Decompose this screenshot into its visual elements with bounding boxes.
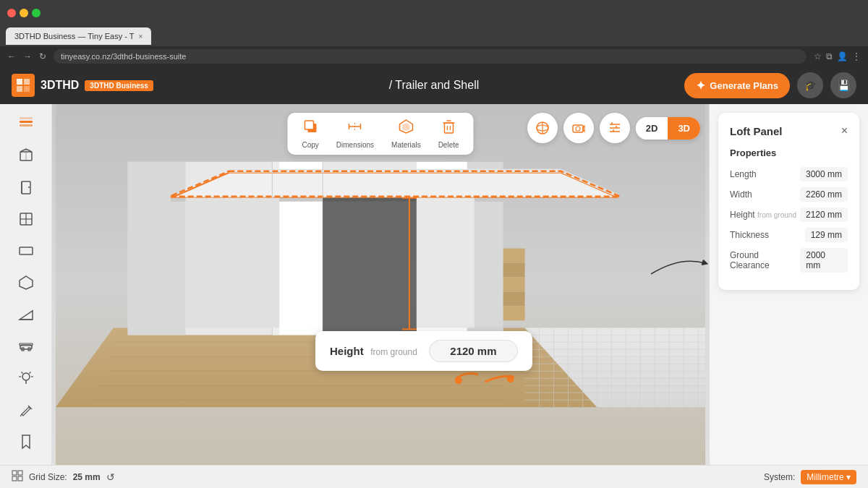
width-label: Width [730,189,752,200]
svg-line-27 [21,372,22,373]
system-label: System: [764,472,795,482]
header-actions: ✦ Generate Plans 🎓 💾 [684,72,856,98]
svg-rect-106 [12,476,17,481]
view-camera-btn[interactable] [563,113,594,143]
forward-btn[interactable]: → [23,51,32,61]
app-header: 3DTHD 3DTHD Business / Trailer and Shell… [0,67,868,104]
svg-rect-1 [24,79,30,85]
svg-rect-4 [20,121,33,123]
svg-rect-104 [12,471,17,475]
sidebar-ramp-btn[interactable] [10,301,42,330]
copy-tool[interactable]: Copy [302,119,318,149]
svg-point-103 [576,127,580,131]
window-max-btn[interactable] [32,9,41,17]
box-icon [18,147,34,167]
svg-rect-0 [17,79,22,85]
property-row-length: Length 3000 mm [730,167,848,181]
left-sidebar [0,104,52,465]
materials-label: Materials [391,141,421,149]
svg-rect-6 [20,117,33,119]
view-orbit-btn[interactable] [527,113,558,143]
svg-line-28 [29,372,30,373]
sidebar-bookmark-btn[interactable] [10,429,42,458]
logo-area: 3DTHD 3DTHD Business [12,74,153,97]
header-title: / Trailer and Shell [389,79,480,92]
sidebar-draw-btn[interactable] [10,397,42,426]
thickness-value: 129 mm [805,228,848,242]
sidebar-light-btn[interactable] [10,365,42,394]
sidebar-window-btn[interactable] [10,207,42,236]
chevron-down-icon: ▾ [846,472,851,482]
tab-close-btn[interactable]: × [138,33,142,40]
learn-button[interactable]: 🎓 [797,72,823,98]
sidebar-panel-btn[interactable] [10,239,42,267]
length-value: 3000 mm [800,167,848,181]
furniture-icon [18,338,34,358]
svg-rect-62 [128,162,186,335]
account-icon: 👤 [837,51,848,61]
height-sublabel: from ground [370,347,417,357]
width-value: 2260 mm [800,187,848,202]
browser-actions: ☆ ⧉ 👤 ⋮ [814,51,861,61]
back-btn[interactable]: ← [7,51,16,61]
view-2d-button[interactable]: 2D [636,117,668,140]
draw-icon [18,402,34,421]
sidebar-loft-btn[interactable] [10,270,42,299]
svg-rect-81 [503,291,525,306]
generate-plans-button[interactable]: ✦ Generate Plans [684,73,790,98]
svg-rect-82 [503,306,525,320]
svg-marker-17 [20,311,33,320]
delete-icon [441,119,456,138]
svg-marker-92 [402,123,409,131]
save-button[interactable]: 💾 [830,72,856,98]
panel-close-button[interactable]: × [841,124,848,137]
reset-grid-button[interactable]: ↺ [106,471,115,483]
clearance-value: 2000 mm [800,248,848,273]
ramp-icon [18,307,34,326]
svg-line-30 [20,414,22,416]
grid-size-label: Grid Size: [29,472,67,482]
dimensions-icon [347,119,363,138]
main-area: Copy Dimensions Material [0,104,868,465]
delete-tool[interactable]: Delete [438,119,459,149]
materials-tool[interactable]: Materials [391,119,421,149]
svg-rect-2 [17,86,22,92]
svg-point-10 [28,187,30,188]
browser-tab[interactable]: 3DTHD Business — Tiny Easy - T × [6,27,151,45]
layers-icon [18,116,34,135]
url-box[interactable]: tinyeasy.co.nz/3dthd-business-suite [54,49,807,64]
door-icon [18,179,34,199]
svg-rect-77 [417,198,475,328]
system-dropdown-button[interactable]: Millimetre ▾ [801,470,856,484]
canvas-area[interactable]: Copy Dimensions Material [52,104,709,465]
height-label-text: Height from ground [330,345,417,358]
reload-btn[interactable]: ↻ [39,51,46,61]
window-close-btn[interactable] [7,9,16,17]
sidebar-door-btn[interactable] [10,175,42,204]
copy-label: Copy [302,141,318,149]
grid-size-value: 25 mm [73,472,101,482]
svg-rect-75 [186,198,280,328]
logo-icon [12,74,35,97]
svg-rect-5 [20,124,33,127]
height-value[interactable]: 2120 mm [429,340,518,362]
svg-point-86 [455,377,462,384]
sidebar-furniture-btn[interactable] [10,333,42,362]
graduation-icon: 🎓 [804,80,817,91]
svg-rect-79 [503,263,525,278]
sidebar-layers-btn[interactable] [10,111,42,140]
loft-panel: Loft Panel × Properties Length 3000 mm W… [718,113,859,290]
view-3d-button[interactable]: 3D [668,117,700,140]
status-bar: Grid Size: 25 mm ↺ System: Millimetre ▾ [0,465,868,488]
window-icon [18,211,34,231]
copy-icon [302,119,318,138]
materials-icon [398,119,414,138]
view-settings-btn[interactable] [600,113,630,143]
panel-section-title: Properties [730,147,848,158]
window-min-btn[interactable] [20,9,28,17]
dimensions-tool[interactable]: Dimensions [336,119,374,149]
dimensions-label: Dimensions [336,141,374,149]
sidebar-shell-btn[interactable] [10,143,42,172]
save-icon: 💾 [838,80,850,91]
system-area: System: Millimetre ▾ [764,470,856,484]
